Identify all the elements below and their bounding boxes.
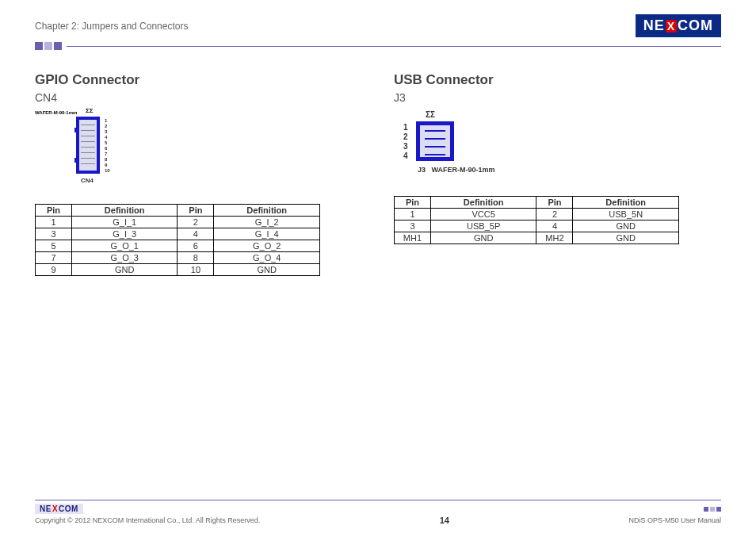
header-divider bbox=[35, 42, 721, 50]
gpio-wafer-label: WAFER-M-90-1mm bbox=[35, 110, 77, 115]
cell-pin: MH2 bbox=[536, 232, 573, 244]
brand-text-post: COM bbox=[59, 504, 78, 513]
cell-def: USB_5N bbox=[573, 209, 679, 220]
col-pin: Pin bbox=[178, 205, 214, 217]
cell-pin: 9 bbox=[36, 264, 72, 276]
table-row: 1 G_I_1 2 G_I_2 bbox=[36, 217, 320, 228]
gpio-pin-table: Pin Definition Pin Definition 1 G_I_1 2 … bbox=[35, 204, 320, 276]
cell-pin: 1 bbox=[36, 217, 72, 228]
cell-pin: 3 bbox=[36, 228, 72, 240]
col-definition: Definition bbox=[71, 205, 178, 217]
col-definition: Definition bbox=[430, 197, 536, 209]
gpio-diag-footer: CN4 bbox=[81, 177, 94, 184]
table-row: 5 G_O_1 6 G_O_2 bbox=[36, 240, 320, 252]
cell-def: G_O_4 bbox=[214, 252, 320, 264]
copyright-text: Copyright © 2012 NEXCOM International Co… bbox=[35, 516, 260, 524]
cell-def: G_O_3 bbox=[71, 252, 178, 264]
sigma-icon: ΣΣ bbox=[426, 110, 435, 119]
chapter-title: Chapter 2: Jumpers and Connectors bbox=[35, 21, 188, 32]
brand-x-icon: X bbox=[666, 20, 677, 33]
cell-pin: 8 bbox=[178, 252, 214, 264]
usb-j3-label: J3 bbox=[418, 166, 426, 174]
cell-def: USB_5P bbox=[430, 220, 536, 232]
cell-def: GND bbox=[71, 264, 178, 276]
page-number: 14 bbox=[440, 516, 449, 525]
gpio-subheading: CN4 bbox=[35, 91, 362, 104]
brand-text-post: COM bbox=[678, 17, 713, 34]
cell-pin: 2 bbox=[536, 209, 573, 220]
cell-pin: MH1 bbox=[395, 232, 431, 244]
usb-connector-body bbox=[416, 121, 454, 161]
footer-brand-logo: NE X COM bbox=[35, 504, 83, 514]
usb-connector-diagram: ΣΣ 1 2 3 4 J3 WAFER-M-90-1mm bbox=[394, 110, 552, 182]
table-row: MH1 GND MH2 GND bbox=[395, 232, 679, 244]
usb-wafer-label: WAFER-M-90-1mm bbox=[432, 166, 495, 174]
brand-text-pre: NE bbox=[40, 504, 52, 513]
cell-def: GND bbox=[573, 220, 679, 232]
table-row: 1 VCC5 2 USB_5N bbox=[395, 209, 679, 220]
cell-def: G_I_3 bbox=[71, 228, 178, 240]
brand-text-pre: NE bbox=[643, 17, 665, 34]
cell-pin: 4 bbox=[178, 228, 214, 240]
cell-def: GND bbox=[573, 232, 679, 244]
manual-name: NDiS OPS-M50 User Manual bbox=[628, 516, 721, 524]
table-row: 7 G_O_3 8 G_O_4 bbox=[36, 252, 320, 264]
cell-pin: 3 bbox=[395, 220, 431, 232]
cell-pin: 7 bbox=[36, 252, 72, 264]
cell-pin: 6 bbox=[178, 240, 214, 252]
cell-pin: 1 bbox=[395, 209, 431, 220]
cell-def: G_O_2 bbox=[214, 240, 320, 252]
gpio-pin-numbers: 1 2 3 4 5 6 7 8 9 10 bbox=[105, 118, 110, 174]
brand-logo: NE X COM bbox=[636, 14, 721, 37]
cell-def: GND bbox=[430, 232, 536, 244]
col-pin: Pin bbox=[395, 197, 431, 209]
col-definition: Definition bbox=[573, 197, 679, 209]
table-row: 9 GND 10 GND bbox=[36, 264, 320, 276]
table-header-row: Pin Definition Pin Definition bbox=[36, 205, 320, 217]
gpio-connector-body bbox=[76, 117, 100, 174]
table-row: 3 G_I_3 4 G_I_4 bbox=[36, 228, 320, 240]
table-row: 3 USB_5P 4 GND bbox=[395, 220, 679, 232]
sigma-icon: ΣΣ bbox=[86, 107, 94, 114]
col-pin: Pin bbox=[536, 197, 573, 209]
usb-pin-numbers: 1 2 3 4 bbox=[403, 123, 408, 161]
cell-def: G_I_4 bbox=[214, 228, 320, 240]
usb-pin-table: Pin Definition Pin Definition 1 VCC5 2 U… bbox=[394, 196, 679, 244]
cell-def: VCC5 bbox=[430, 209, 536, 220]
cell-def: GND bbox=[214, 264, 320, 276]
cell-def: G_I_1 bbox=[71, 217, 178, 228]
table-header-row: Pin Definition Pin Definition bbox=[395, 197, 679, 209]
footer-decoration-icon bbox=[704, 507, 721, 512]
gpio-connector-diagram: WAFER-M-90-1mm ΣΣ 1 2 3 4 5 6 7 8 9 10 C… bbox=[35, 110, 146, 190]
usb-subheading: J3 bbox=[394, 91, 721, 104]
gpio-heading: GPIO Connector bbox=[35, 72, 362, 88]
cell-pin: 2 bbox=[178, 217, 214, 228]
usb-heading: USB Connector bbox=[394, 72, 721, 88]
brand-x-icon: X bbox=[52, 504, 58, 513]
col-definition: Definition bbox=[214, 205, 320, 217]
cell-pin: 10 bbox=[178, 264, 214, 276]
cell-def: G_O_1 bbox=[71, 240, 178, 252]
col-pin: Pin bbox=[36, 205, 72, 217]
footer-divider bbox=[35, 500, 721, 500]
cell-pin: 4 bbox=[536, 220, 573, 232]
cell-def: G_I_2 bbox=[214, 217, 320, 228]
cell-pin: 5 bbox=[36, 240, 72, 252]
